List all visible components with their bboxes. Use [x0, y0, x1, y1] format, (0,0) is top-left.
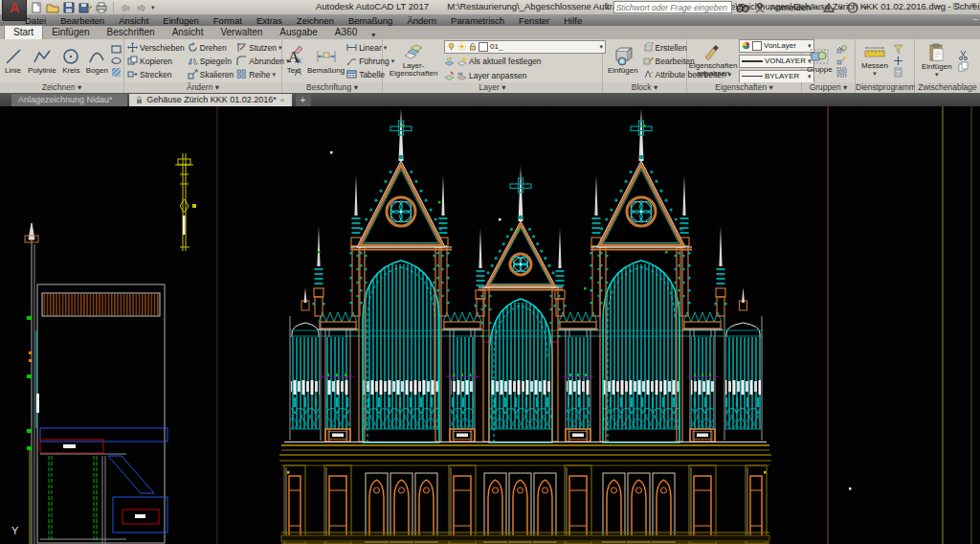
outer-pipe-field	[290, 287, 321, 441]
arc-button[interactable]: Bogen	[84, 46, 110, 77]
menu-ansicht[interactable]: Ansicht	[119, 15, 148, 26]
a360-caret-icon[interactable]: ▾	[839, 4, 843, 11]
redo-icon[interactable]	[135, 2, 148, 13]
ribbon-tab-ausgabe[interactable]: Ausgabe	[271, 26, 325, 39]
ribbon-tab-ansicht[interactable]: Ansicht	[164, 26, 212, 39]
polyline-button[interactable]: Polylinie	[26, 46, 58, 77]
doc-tab-gehaeuse-zuerich[interactable]: Gehäuse Zürich KKK 01.02.2016* ×	[129, 94, 291, 106]
fillet-icon	[236, 56, 247, 66]
panel-label-beschriftung[interactable]: Beschriftung ▾	[282, 82, 382, 93]
doc-tab-2-close-icon[interactable]: ×	[280, 94, 285, 106]
ribbon-tab-einfuegen[interactable]: Einfügen	[43, 26, 98, 39]
group-manager-icon[interactable]	[836, 67, 847, 78]
doc-tab-1-close-icon[interactable]: ×	[117, 94, 122, 106]
menu-hilfe[interactable]: Hilfe	[564, 15, 582, 26]
qat-menu-icon[interactable]: ▾	[151, 4, 155, 11]
open-file-icon[interactable]	[46, 2, 59, 13]
panel-label-zwischenablage[interactable]: Zwischenablage	[915, 82, 980, 93]
text-button[interactable]: A Text	[282, 46, 305, 77]
match-properties-button[interactable]: Eigenschaften anpassen	[690, 43, 736, 79]
rectangle-tool-icon[interactable]	[111, 44, 122, 55]
user-icon[interactable]	[753, 2, 767, 13]
panel-label-gruppen[interactable]: Gruppen ▾	[802, 82, 855, 93]
menu-bemassung[interactable]: Bemaßung	[348, 15, 392, 26]
menu-datei[interactable]: Datei	[25, 15, 46, 26]
ribbon-tab-verwalten[interactable]: Verwalten	[212, 26, 271, 39]
line-label: Linie	[5, 67, 21, 76]
save-as-icon[interactable]	[78, 2, 92, 13]
menu-bearbeiten[interactable]: Bearbeiten	[60, 15, 104, 26]
new-tab-button[interactable]: +	[296, 94, 311, 106]
set-current-button[interactable]: Als aktuell festlegen	[444, 56, 606, 68]
minimize-button[interactable]: –	[937, 0, 943, 11]
panel-label-layer[interactable]: Layer ▾	[383, 82, 602, 93]
ribbon-options-icon[interactable]: ▾	[371, 31, 375, 39]
layer-tools-icon-3	[444, 71, 455, 81]
line-button[interactable]: Linie	[2, 46, 25, 77]
circle-button[interactable]: Kreis	[59, 46, 82, 77]
save-icon[interactable]	[62, 2, 76, 13]
copy-clip-icon[interactable]	[958, 61, 969, 72]
id-point-icon[interactable]	[893, 56, 903, 66]
svg-text:A: A	[288, 48, 301, 66]
block-insert-button[interactable]: Einfügen	[606, 46, 640, 77]
stretch-button[interactable]: Strecken	[127, 68, 185, 80]
ribbon-tab-a360[interactable]: A360	[326, 26, 366, 39]
a360-share-icon[interactable]	[822, 2, 835, 13]
scale-button[interactable]: Skalieren	[188, 68, 234, 80]
mirror-button[interactable]: Spiegeln	[188, 55, 234, 67]
signin-caret-icon[interactable]: ▾	[814, 4, 818, 11]
measure-button[interactable]: Messen ▾	[859, 43, 890, 79]
undo-icon[interactable]	[119, 2, 132, 13]
panel-label-aendern[interactable]: Ändern ▾	[124, 82, 281, 93]
panel-label-zeichnen[interactable]: Zeichnen ▾	[0, 82, 123, 93]
menu-parametrisch[interactable]: Parametrisch	[451, 15, 504, 26]
layer-combo[interactable]: 01_ ▾	[444, 40, 606, 54]
group-button[interactable]: Gruppe	[805, 47, 835, 76]
menu-zeichnen[interactable]: Zeichnen	[297, 15, 334, 26]
ribbon-tab-beschriften[interactable]: Beschriften	[99, 26, 164, 39]
arc-label: Bogen	[86, 67, 108, 76]
cad-drawing[interactable]: Y	[0, 106, 980, 544]
application-menu-button[interactable]: A	[2, 0, 27, 21]
layer-properties-button[interactable]: Layer- Eigenschaften	[387, 43, 440, 79]
rotate-button[interactable]: Drehen	[188, 41, 234, 54]
maximize-button[interactable]: □	[953, 0, 959, 11]
binoculars-icon[interactable]	[736, 2, 749, 13]
search-input[interactable]	[613, 1, 732, 13]
layer-on-icon	[447, 42, 456, 51]
hatch-tool-icon[interactable]	[111, 67, 122, 78]
menu-einfuegen[interactable]: Einfügen	[163, 15, 199, 26]
menu-fenster[interactable]: Fenster	[519, 15, 549, 26]
drawing-canvas[interactable]: Y	[0, 106, 980, 544]
linetype-sample	[742, 76, 763, 77]
cut-icon[interactable]	[958, 50, 969, 60]
signin-label[interactable]: Anmelden	[770, 2, 812, 12]
pinnacle	[475, 228, 487, 316]
paste-button[interactable]: Einfügen ▾	[920, 42, 954, 80]
doc-tab-anlagezeichnung[interactable]: Anlagezeichnung Nidau* ×	[11, 94, 127, 106]
calculator-icon[interactable]	[893, 67, 903, 78]
menu-format[interactable]: Format	[213, 15, 242, 26]
close-button[interactable]: ×	[970, 0, 976, 11]
copy-button[interactable]: Kopieren	[127, 55, 185, 67]
new-file-icon[interactable]	[30, 2, 43, 13]
move-button[interactable]: Verschieben	[127, 41, 185, 54]
panel-label-dienstprogramme[interactable]: Dienstprogramme ▾	[856, 82, 914, 93]
panel-label-eigenschaften[interactable]: Eigenschaften ▾	[687, 82, 801, 93]
dimension-button[interactable]: Bemaßung	[305, 46, 346, 77]
plot-icon[interactable]	[95, 2, 108, 13]
ribbon-tab-start[interactable]: Start	[4, 25, 43, 39]
menu-extras[interactable]: Extras	[256, 15, 282, 26]
quick-select-icon[interactable]	[893, 44, 903, 55]
help-icon[interactable]: ?	[846, 2, 859, 13]
ellipse-tool-icon[interactable]	[111, 56, 122, 66]
panel-label-block[interactable]: Block ▾	[603, 82, 686, 93]
search-arrow-icon[interactable]: ▸	[606, 4, 610, 11]
group-edit-icon[interactable]	[836, 56, 847, 66]
mdi-minimize-button[interactable]: –	[972, 14, 977, 24]
ungroup-icon[interactable]	[836, 44, 847, 55]
menu-aendern[interactable]: Ändern	[407, 15, 436, 26]
help-caret-icon[interactable]: ▾	[863, 4, 867, 11]
layer-match-button[interactable]: Layer anpassen	[444, 70, 606, 82]
